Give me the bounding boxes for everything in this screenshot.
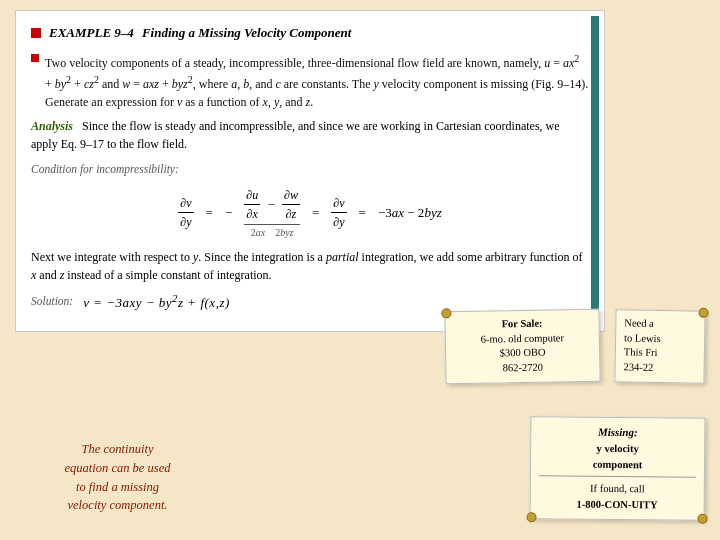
eq-rhs: −3ax − 2byz (378, 203, 442, 223)
integration-text: Next we integrate with respect to y. Sin… (31, 248, 589, 284)
caption-line1: The continuity (82, 442, 154, 456)
caption-line3: to find a missing (76, 480, 159, 494)
frac-dv-dy: ∂v ∂y (178, 194, 193, 231)
example-header: EXAMPLE 9–4 Finding a Missing Velocity C… (31, 23, 589, 43)
pushpin-bl (527, 512, 537, 522)
clipping-sale-title: For Sale: 6-mo. old computer $300 OBO 86… (453, 316, 591, 377)
clipping-missing: Missing: y velocity component If found, … (530, 416, 706, 520)
example-title: Finding a Missing Velocity Component (142, 23, 352, 43)
clippings-area: For Sale: 6-mo. old computer $300 OBO 86… (445, 310, 705, 520)
pushpin-br (698, 514, 708, 524)
bullet-text-1: Two velocity components of a steady, inc… (45, 51, 589, 111)
clipping-need: Need a to Lewis This Fri 234-22 (614, 309, 705, 383)
clipping-for-sale: For Sale: 6-mo. old computer $300 OBO 86… (444, 309, 600, 384)
solution-equation: v = −3axy − by2z + f(x,z) (83, 290, 230, 313)
red-square-icon (31, 28, 41, 38)
eq-sign-1: = (206, 203, 213, 223)
example-label: EXAMPLE 9–4 (49, 23, 134, 43)
clipping-need-text: Need a to Lewis This Fri 234-22 (623, 316, 696, 376)
condition-label: Condition for incompressibility: (31, 161, 589, 178)
pushpin-tl (441, 308, 451, 318)
equation-incompressibility: ∂v ∂y = − ∂u ∂x − ∂w ∂z 2ax (31, 186, 589, 240)
under-brace-label: 2ax 2byz (251, 225, 294, 240)
eq-minus: − (225, 203, 232, 223)
bullet-icon-1 (31, 54, 39, 62)
content-box: EXAMPLE 9–4 Finding a Missing Velocity C… (15, 10, 605, 332)
caption-line2: equation can be used (65, 461, 171, 475)
frac-dv-dy-2: ∂v ∂y (331, 194, 346, 231)
page-container: EXAMPLE 9–4 Finding a Missing Velocity C… (0, 0, 720, 540)
solution-label: Solution: (31, 293, 73, 310)
teal-bar (591, 16, 599, 336)
bullet-item-1: Two velocity components of a steady, inc… (31, 51, 589, 111)
caption-box: The continuity equation can be used to f… (30, 440, 205, 515)
caption-line4: velocity component. (68, 498, 168, 512)
pushpin-tr (699, 308, 709, 318)
eq-sign-3: = (359, 203, 366, 223)
analysis-paragraph: Analysis Since the flow is steady and in… (31, 117, 589, 153)
clipping-missing-content: Missing: y velocity component If found, … (539, 424, 697, 514)
underline-du-dx: ∂u ∂x − ∂w ∂z 2ax 2byz (244, 186, 300, 240)
analysis-label: Analysis (31, 119, 73, 133)
eq-sign-2: = (312, 203, 319, 223)
